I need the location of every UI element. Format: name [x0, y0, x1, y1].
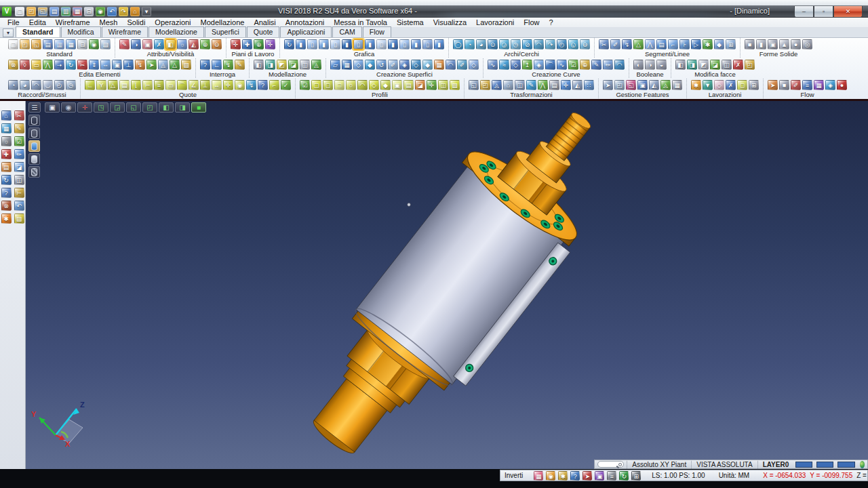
tab-superfici[interactable]: Superfici	[205, 26, 246, 37]
sketch-icon[interactable]: ✎	[14, 123, 24, 134]
save-as-icon[interactable]: ▥	[61, 7, 71, 16]
menu-file[interactable]: File	[3, 18, 24, 26]
tab-wireframe[interactable]: Wireframe	[102, 26, 148, 37]
archi-cerchi-icon-9[interactable]: ◴	[557, 39, 567, 49]
globe-icon[interactable]	[860, 461, 865, 468]
segmenti-linee-icon-10[interactable]: ◆	[714, 39, 724, 49]
profili-icon-13[interactable]: ▧	[450, 80, 460, 90]
attributi-visibilita-icon-2[interactable]: ▣	[142, 39, 153, 49]
raccordi-smussi-icon-3[interactable]: ◡	[43, 80, 53, 90]
refresh-view-icon[interactable]: ↻	[1, 175, 12, 185]
flow-icon-2[interactable]: ✐	[791, 80, 801, 90]
piani-di-lavoro-icon-0[interactable]: ✛	[231, 39, 241, 49]
shade-hidden-line-button[interactable]	[28, 127, 40, 139]
modifica-facce-icon-0[interactable]: ◧	[675, 60, 686, 70]
menu-sistema[interactable]: Sistema	[392, 18, 429, 26]
flow-icon-6[interactable]: ●	[837, 80, 847, 90]
segmenti-linee-icon-0[interactable]: ✂	[599, 39, 609, 49]
archi-cerchi-icon-2[interactable]: ◕	[476, 39, 486, 49]
pump-model[interactable]	[277, 101, 641, 469]
redo-icon[interactable]: ↷	[119, 7, 128, 16]
refresh-icon[interactable]: ↻	[619, 471, 629, 481]
grafica-icon-9[interactable]: ▮	[388, 39, 398, 49]
lavorazioni-icon-2[interactable]: ◇	[714, 80, 724, 90]
grafica-icon-13[interactable]: ▮	[434, 39, 444, 49]
archi-cerchi-icon-7[interactable]: ◠	[534, 39, 544, 49]
invert-button[interactable]: Inverti	[500, 472, 527, 479]
tab-modellazione[interactable]: Modellazione	[149, 26, 204, 37]
profili-icon-11[interactable]: ✛	[427, 80, 437, 90]
viewport-canvas[interactable]: Z Y X	[26, 101, 868, 469]
creazione-superfici-icon-3[interactable]: ◆	[365, 60, 375, 70]
archi-cerchi-icon-5[interactable]: ◷	[511, 39, 521, 49]
quote-icon-17[interactable]: ✓	[281, 80, 291, 90]
gestione-features-icon-3[interactable]: ▣	[637, 80, 648, 90]
view-shaded-icon[interactable]: ■	[191, 102, 206, 113]
delete-icon[interactable]: ⊗	[1, 201, 12, 211]
segmenti-linee-icon-7[interactable]: ⊦	[679, 39, 690, 49]
edita-elementi-icon-0[interactable]: ⊗	[8, 60, 18, 70]
grafica-icon-0[interactable]: ↻	[284, 39, 294, 49]
tab-modifica[interactable]: Modifica	[61, 26, 101, 37]
print-preview-icon[interactable]: ◉	[96, 7, 105, 16]
archi-cerchi-icon-11[interactable]: ⊖	[580, 39, 590, 49]
pan-zoom-icon[interactable]: ⌂	[1, 110, 12, 121]
segmenti-linee-icon-4[interactable]: ⋀	[645, 39, 655, 49]
interroga-icon-3[interactable]: ✎	[235, 60, 245, 70]
grafica-icon-5[interactable]: ▮	[342, 39, 352, 49]
edita-elementi-icon-2[interactable]: ▭	[31, 60, 41, 70]
trasformazioni-icon-3[interactable]: ⌂	[503, 80, 513, 90]
archi-cerchi-icon-0[interactable]: ◯	[453, 39, 463, 49]
status-field-layer0[interactable]: LAYER0	[757, 461, 794, 468]
move-axes-icon[interactable]: ✚	[1, 149, 12, 159]
gestione-features-icon-2[interactable]: ◱	[626, 80, 636, 90]
creazione-curve-icon-3[interactable]: ↥	[522, 60, 532, 70]
menu-modellazione[interactable]: Modellazione	[196, 18, 250, 26]
undo-icon[interactable]: ↶	[107, 7, 117, 16]
trasformazioni-icon-2[interactable]: ◬	[492, 80, 502, 90]
qat-dropdown-icon[interactable]: ▾	[142, 7, 151, 16]
trasformazioni-icon-0[interactable]: ◱	[469, 80, 479, 90]
menu-messa-in-tavola[interactable]: Messa in Tavola	[329, 18, 392, 26]
standard-icon-1[interactable]: ◰	[20, 39, 30, 49]
grafica-icon-12[interactable]: ▯	[422, 39, 433, 49]
close-button[interactable]: ✕	[833, 6, 863, 18]
booleane-icon-1[interactable]: ◑	[645, 60, 655, 70]
shade-flat-button[interactable]	[28, 153, 40, 165]
open-icon[interactable]: ◰	[26, 7, 36, 16]
raccordi-smussi-icon-5[interactable]: ◷	[66, 80, 76, 90]
segmenti-linee-icon-8[interactable]: ▷	[691, 39, 701, 49]
creazione-curve-icon-5[interactable]: ⌒	[545, 60, 555, 70]
creazione-superfici-icon-2[interactable]: ◇	[353, 60, 363, 70]
open-model-icon[interactable]: ◱	[38, 7, 47, 16]
creazione-superfici-icon-11[interactable]: ✐	[457, 60, 467, 70]
segmenti-linee-icon-5[interactable]: ▤	[656, 39, 667, 49]
find-entity-icon[interactable]: ☼	[1, 136, 12, 146]
save-copy-icon[interactable]: ▦	[73, 7, 82, 16]
standard-icon-7[interactable]: ◉	[89, 39, 99, 49]
quote-icon-14[interactable]: ↯	[246, 80, 256, 90]
creazione-curve-icon-1[interactable]: ≈	[499, 60, 509, 70]
render-mode-icon[interactable]: ▣	[595, 471, 604, 481]
shade-mesh-button[interactable]	[28, 166, 40, 178]
forme-solide-icon-0[interactable]: ■	[745, 39, 755, 49]
modifica-facce-icon-6[interactable]: ◰	[745, 60, 755, 70]
segmenti-linee-icon-2[interactable]: ↯	[622, 39, 632, 49]
menu-operazioni[interactable]: Operazioni	[150, 18, 195, 26]
modellazione-icon-1[interactable]: ◨	[265, 60, 275, 70]
forme-solide-icon-3[interactable]: ▲	[779, 39, 789, 49]
modellazione-icon-2[interactable]: ◩	[277, 60, 287, 70]
profili-icon-8[interactable]: ▣	[392, 80, 402, 90]
trasformazioni-icon-1[interactable]: ◰	[480, 80, 490, 90]
spark-icon[interactable]: ✱	[1, 214, 12, 224]
quote-icon-13[interactable]: ◉	[235, 80, 245, 90]
edita-elementi-icon-9[interactable]: ▣	[112, 60, 122, 70]
select-frame-icon[interactable]: ▦	[1, 123, 12, 134]
standard-icon-5[interactable]: ▦	[66, 39, 76, 49]
new-document-icon[interactable]: ▢	[15, 7, 24, 16]
creazione-superfici-icon-9[interactable]: ▦	[434, 60, 444, 70]
attributi-visibilita-icon-6[interactable]: ◭	[189, 39, 199, 49]
menu-edita[interactable]: Edita	[24, 18, 51, 26]
segmenti-linee-icon-9[interactable]: ✱	[703, 39, 713, 49]
tab-applicazioni[interactable]: Applicazioni	[280, 26, 332, 37]
